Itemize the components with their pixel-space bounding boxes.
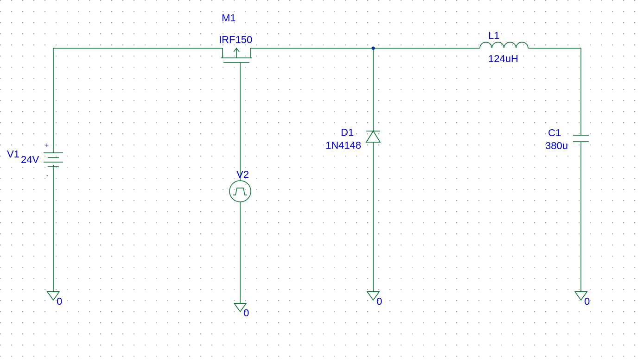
grid-background bbox=[0, 0, 644, 364]
v1-minus: - bbox=[46, 172, 49, 179]
m1-model: IRF150 bbox=[219, 34, 252, 45]
m1-ref: M1 bbox=[222, 12, 236, 24]
c1-ref: C1 bbox=[548, 127, 561, 138]
c1-value: 380u bbox=[545, 140, 568, 151]
v1-ref: V1 bbox=[7, 148, 19, 160]
schematic-canvas[interactable]: + - V1 24V M1 IRF150 V2 D1 1N4148 L1 124… bbox=[0, 0, 644, 364]
l1-value: 124uH bbox=[488, 53, 518, 64]
d1-ref: D1 bbox=[341, 126, 354, 138]
l1-ref: L1 bbox=[488, 30, 499, 41]
node-junction bbox=[372, 47, 375, 50]
g3-label: 0 bbox=[376, 295, 382, 307]
g1-label: 0 bbox=[57, 295, 62, 307]
v1-plus: + bbox=[45, 141, 49, 149]
g2-label: 0 bbox=[243, 307, 249, 319]
v1-value: 24V bbox=[21, 154, 39, 165]
d1-model: 1N4148 bbox=[325, 139, 361, 151]
v2-ref: V2 bbox=[236, 169, 249, 180]
g4-label: 0 bbox=[584, 295, 590, 307]
